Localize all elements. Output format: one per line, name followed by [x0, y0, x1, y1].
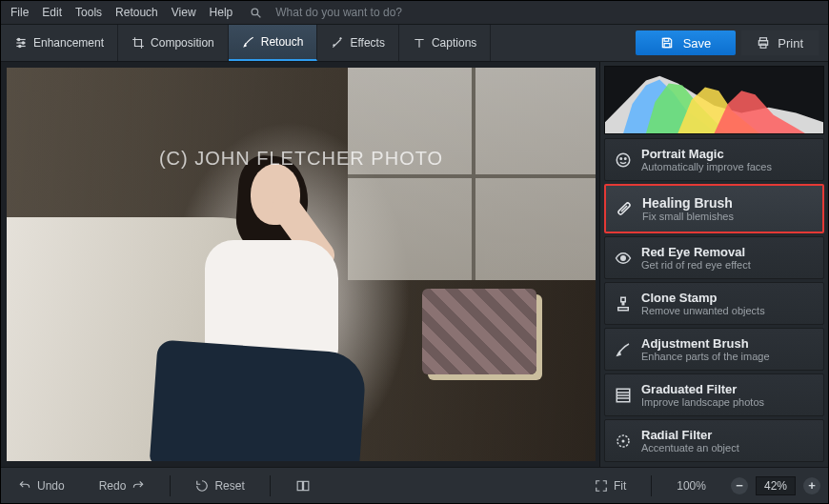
svg-line-1: [257, 14, 260, 17]
retouch-tool-list: Portrait Magic Automatically improve fac…: [604, 138, 824, 462]
tool-desc: Fix small blemishes: [642, 211, 734, 222]
svg-point-7: [19, 45, 21, 47]
tool-clone-stamp[interactable]: Clone Stamp Remove unwanted objects: [604, 282, 824, 325]
svg-rect-9: [664, 44, 670, 48]
tool-title: Red Eye Removal: [641, 245, 751, 259]
menu-file[interactable]: File: [10, 6, 29, 19]
tool-desc: Automatically improve faces: [641, 161, 772, 172]
tab-effects[interactable]: Effects: [317, 25, 398, 61]
tool-title: Adjustment Brush: [641, 336, 770, 351]
fit-icon: [595, 479, 608, 493]
menu-tools[interactable]: Tools: [75, 6, 102, 19]
compare-icon: [295, 479, 311, 493]
tool-desc: Remove unwanted objects: [641, 305, 765, 316]
svg-point-19: [620, 157, 622, 159]
save-button[interactable]: Save: [636, 30, 737, 55]
menu-help[interactable]: Help: [210, 6, 233, 19]
svg-rect-30: [297, 481, 302, 490]
menu-edit[interactable]: Edit: [42, 6, 62, 19]
tool-title: Healing Brush: [642, 195, 734, 211]
photo-pillow: [422, 289, 536, 374]
tool-portrait-magic[interactable]: Portrait Magic Automatically improve fac…: [604, 138, 824, 181]
zoom-100-button[interactable]: 100%: [667, 475, 716, 496]
print-button[interactable]: Print: [741, 30, 819, 55]
svg-rect-31: [303, 481, 308, 490]
reset-icon: [195, 479, 209, 493]
stamp-icon: [615, 295, 632, 312]
tab-label: Captions: [432, 36, 476, 50]
svg-point-0: [252, 9, 258, 15]
tool-title: Radial Filter: [641, 428, 739, 442]
undo-icon: [18, 479, 31, 493]
tool-title: Portrait Magic: [641, 147, 772, 161]
tool-adjustment-brush[interactable]: Adjustment Brush Enhance parts of the im…: [604, 328, 824, 371]
photo-window: [348, 68, 596, 280]
tab-label: Composition: [151, 36, 214, 50]
svg-point-20: [625, 157, 627, 159]
save-icon: [660, 36, 674, 50]
tool-radial-filter[interactable]: Radial Filter Accentuate an object: [604, 419, 824, 462]
tool-healing-brush[interactable]: Healing Brush Fix small blemishes: [604, 184, 824, 233]
text-icon: [413, 36, 426, 50]
reset-button[interactable]: Reset: [186, 475, 253, 496]
zoom-out-button[interactable]: −: [731, 477, 748, 494]
photo-person: [136, 118, 365, 461]
crop-icon: [131, 36, 145, 50]
fit-button[interactable]: Fit: [585, 475, 636, 496]
tool-title: Graduated Filter: [641, 382, 764, 396]
sliders-icon: [14, 36, 28, 50]
tab-retouch[interactable]: Retouch: [229, 25, 318, 61]
watermark-text: (C) JOHN FLETCHER PHOTO: [159, 148, 443, 170]
wand-icon: [331, 36, 344, 50]
brush-icon: [242, 35, 255, 49]
canvas-area: (C) JOHN FLETCHER PHOTO: [1, 62, 599, 467]
menu-bar: File Edit Tools Retouch View Help: [1, 1, 828, 24]
bottom-bar: Undo Redo Reset Fit 100% − 42% +: [1, 467, 828, 503]
toolbar: Enhancement Composition Retouch Effects …: [1, 24, 828, 62]
face-icon: [615, 151, 632, 169]
redo-icon: [131, 479, 145, 493]
right-panel: Portrait Magic Automatically improve fac…: [599, 62, 828, 467]
tool-graduated-filter[interactable]: Graduated Filter Improve landscape photo…: [604, 373, 824, 416]
tool-desc: Enhance parts of the image: [641, 351, 770, 362]
undo-label: Undo: [37, 479, 65, 493]
tab-enhancement[interactable]: Enhancement: [1, 25, 118, 61]
tab-label: Effects: [350, 36, 384, 50]
divider: [270, 475, 271, 496]
search-icon: [250, 7, 262, 19]
zoom-value[interactable]: 42%: [756, 476, 796, 495]
divider: [170, 475, 171, 496]
menu-view[interactable]: View: [172, 6, 196, 19]
tool-title: Clone Stamp: [641, 291, 765, 305]
redo-label: Redo: [99, 479, 127, 493]
svg-rect-8: [664, 38, 669, 41]
svg-point-18: [617, 153, 630, 167]
svg-point-29: [622, 439, 625, 442]
menu-retouch[interactable]: Retouch: [115, 6, 158, 19]
undo-button[interactable]: Undo: [9, 475, 74, 496]
fit-label: Fit: [614, 479, 626, 493]
zoom-in-button[interactable]: +: [803, 477, 820, 494]
svg-point-6: [22, 42, 24, 44]
reset-label: Reset: [214, 479, 244, 493]
svg-point-23: [621, 255, 626, 260]
svg-point-5: [18, 38, 20, 40]
image-canvas[interactable]: (C) JOHN FLETCHER PHOTO: [7, 68, 596, 461]
tool-red-eye[interactable]: Red Eye Removal Get rid of red eye effec…: [604, 236, 824, 279]
radial-icon: [615, 433, 632, 450]
histogram: [604, 66, 824, 134]
print-label: Print: [778, 36, 803, 50]
compare-button[interactable]: [286, 475, 320, 496]
brush2-icon: [615, 341, 632, 358]
gradient-icon: [615, 387, 632, 404]
tool-desc: Improve landscape photos: [641, 396, 764, 408]
divider: [651, 475, 652, 496]
toolbar-tabs: Enhancement Composition Retouch Effects …: [1, 25, 491, 61]
tab-captions[interactable]: Captions: [399, 25, 491, 61]
tab-composition[interactable]: Composition: [118, 25, 229, 61]
tab-label: Retouch: [261, 35, 304, 49]
redo-button[interactable]: Redo: [90, 475, 155, 496]
tab-label: Enhancement: [33, 36, 104, 50]
search-input[interactable]: [275, 6, 437, 19]
bandage-icon: [616, 200, 633, 217]
